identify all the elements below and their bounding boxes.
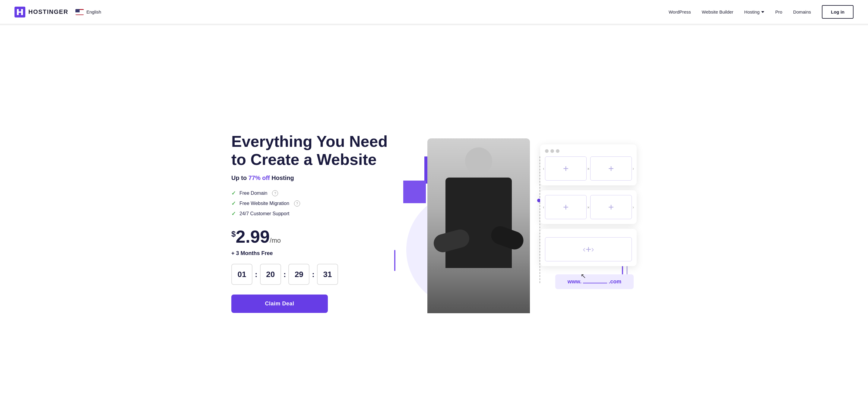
price-block: $2.99/mo	[231, 228, 388, 245]
feature-free-migration: ✓ Free Website Migration ?	[231, 200, 388, 207]
mockup-window-2: ‹ + › ‹ + ›	[540, 190, 637, 224]
feature-free-domain: ✓ Free Domain ?	[231, 190, 388, 196]
countdown-sep-2: :	[283, 270, 286, 279]
plus-icon-1: +	[563, 163, 569, 174]
hero-person-image	[427, 138, 530, 313]
arrow-right-icon: ›	[632, 166, 634, 171]
countdown-sep-3: :	[312, 270, 315, 279]
arrow-left-icon: ‹	[543, 166, 545, 171]
main-nav: WordPress Website Builder Hosting Pro Do…	[669, 5, 854, 19]
mockup-block-1[interactable]: ‹ + ›	[545, 156, 587, 181]
claim-deal-button[interactable]: Claim Deal	[231, 294, 328, 313]
help-icon-migration[interactable]: ?	[294, 200, 300, 206]
mockup-dot-1	[545, 149, 549, 153]
plus-icon-4: +	[608, 202, 614, 213]
plus-icon-5: +	[586, 244, 591, 255]
arrow-right-icon: ›	[632, 205, 634, 210]
mockup-window-dots	[545, 149, 632, 153]
mockup-blocks-row: ‹ + › ‹ + ›	[545, 156, 632, 181]
url-bar-text: www. .com	[568, 279, 621, 285]
login-button[interactable]: Log in	[822, 5, 854, 19]
arrow-left-icon: ‹	[543, 205, 545, 210]
arrow-left-icon: ‹	[588, 205, 590, 210]
logo-link[interactable]: HOSTINGER	[14, 7, 68, 18]
mockup-dot-3	[556, 149, 559, 153]
person-head	[465, 148, 492, 174]
navbar: HOSTINGER English WordPress Website Buil…	[0, 0, 868, 24]
arrow-left-icon: ‹	[588, 166, 590, 171]
navbar-left: HOSTINGER English	[14, 7, 101, 18]
help-icon-domain[interactable]: ?	[272, 190, 278, 196]
person-body	[445, 178, 512, 268]
arrow-left-icon: ‹	[583, 245, 585, 254]
builder-mockup: ‹ + › ‹ + › ‹ + ›	[540, 145, 637, 271]
countdown-seconds: 29	[288, 264, 309, 285]
nav-item-website-builder[interactable]: Website Builder	[702, 9, 734, 14]
language-label: English	[86, 9, 101, 14]
mockup-block-4[interactable]: ‹ + ›	[590, 195, 632, 219]
hero-subtitle: Up to 77% off Hosting	[231, 174, 388, 182]
cursor-icon: ↖	[581, 272, 586, 280]
arrow-right-icon: ›	[591, 245, 594, 254]
mockup-block-single[interactable]: ‹ + ›	[545, 237, 632, 261]
countdown-minutes: 20	[260, 264, 281, 285]
plus-icon-3: +	[563, 202, 569, 213]
plus-icon-2: +	[608, 163, 614, 174]
hero-title: Everything You Need to Create a Website	[231, 133, 388, 169]
purple-square-2	[403, 181, 426, 203]
countdown-hours: 01	[231, 264, 252, 285]
mockup-block-3[interactable]: ‹ + ›	[545, 195, 587, 219]
brand-name: HOSTINGER	[28, 8, 68, 15]
hero-content: Everything You Need to Create a Website …	[231, 133, 388, 313]
checkmark-icon: ✓	[231, 211, 236, 217]
url-bar[interactable]: www. .com	[555, 274, 634, 289]
feature-customer-support: ✓ 24/7 Customer Support	[231, 211, 388, 217]
nav-item-domains[interactable]: Domains	[793, 9, 811, 14]
countdown-frames: 31	[317, 264, 338, 285]
features-list: ✓ Free Domain ? ✓ Free Website Migration…	[231, 190, 388, 217]
vertical-bar-decoration-1	[394, 250, 395, 271]
price-display: $2.99/mo	[231, 227, 281, 246]
nav-item-hosting[interactable]: Hosting	[744, 9, 765, 14]
mockup-window-3: ‹ + ›	[540, 229, 637, 266]
hero-section: Everything You Need to Create a Website …	[217, 25, 651, 413]
hostinger-logo-icon	[14, 7, 25, 18]
countdown-sep-1: :	[255, 270, 257, 279]
chevron-down-icon	[761, 11, 764, 13]
mockup-block-2[interactable]: ‹ + ›	[590, 156, 632, 181]
nav-item-wordpress[interactable]: WordPress	[669, 9, 691, 14]
checkmark-icon: ✓	[231, 200, 236, 207]
nav-item-pro[interactable]: Pro	[775, 9, 782, 14]
mockup-window: ‹ + › ‹ + ›	[540, 145, 637, 185]
mockup-blocks-row-2: ‹ + › ‹ + ›	[545, 195, 632, 219]
language-selector[interactable]: English	[75, 9, 101, 15]
flag-icon	[75, 9, 84, 15]
countdown-timer: 01 : 20 : 29 : 31	[231, 264, 388, 285]
mockup-dot-2	[550, 149, 554, 153]
checkmark-icon: ✓	[231, 190, 236, 196]
bonus-text: + 3 Months Free	[231, 250, 388, 257]
hero-visual: ‹ + › ‹ + › ‹ + ›	[388, 132, 637, 313]
